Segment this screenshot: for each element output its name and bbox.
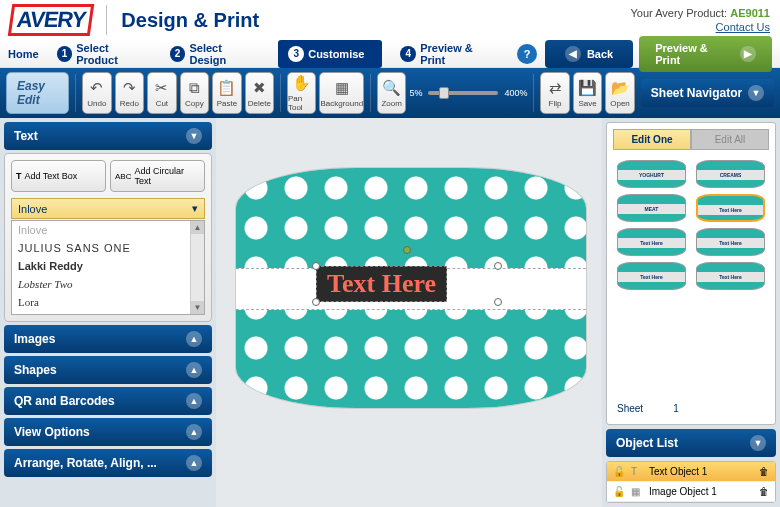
add-textbox-button[interactable]: TAdd Text Box bbox=[11, 160, 106, 192]
images-label: Images bbox=[14, 332, 55, 346]
chevron-down-icon: ▼ bbox=[750, 435, 766, 451]
chevron-down-icon: ▼ bbox=[748, 85, 764, 101]
text-panel-header[interactable]: Text▼ bbox=[4, 122, 212, 150]
font-option[interactable]: Inlove bbox=[12, 221, 204, 239]
zoom-icon: 🔍 bbox=[382, 79, 401, 97]
tab-edit-one[interactable]: Edit One bbox=[613, 129, 691, 150]
flip-button[interactable]: ⇄Flip bbox=[540, 72, 570, 114]
pan-tool-button[interactable]: ✋Pan Tool bbox=[287, 72, 317, 114]
label-thumbnails: YOGHURT CREAMS MEAT Text Here Text Here … bbox=[613, 156, 769, 294]
preview-print-button[interactable]: Preview & Print▶ bbox=[639, 36, 772, 72]
paste-icon: 📋 bbox=[217, 79, 236, 97]
canvas[interactable]: Text Here bbox=[216, 118, 602, 507]
font-selected: Inlove bbox=[18, 203, 47, 215]
label-thumb[interactable]: MEAT bbox=[617, 194, 686, 222]
lock-icon[interactable]: 🔓 bbox=[613, 466, 625, 477]
object-list-label: Object List bbox=[616, 436, 678, 450]
text-icon: T bbox=[631, 466, 643, 477]
font-option[interactable]: Lora bbox=[12, 293, 204, 311]
label-thumb[interactable]: CREAMS bbox=[696, 160, 765, 188]
paste-button[interactable]: 📋Paste bbox=[212, 72, 242, 114]
nav-home[interactable]: Home bbox=[8, 48, 39, 60]
nav-step-4[interactable]: 4Preview & Print bbox=[400, 42, 499, 66]
label-thumb[interactable]: Text Here bbox=[617, 228, 686, 256]
nav-step-2[interactable]: 2Select Design bbox=[170, 42, 260, 66]
background-button[interactable]: ▦Background bbox=[319, 72, 364, 114]
trash-icon[interactable]: 🗑 bbox=[759, 486, 769, 497]
label-thumb[interactable]: Text Here bbox=[617, 262, 686, 290]
app-header: AVERY Design & Print Your Avery Product:… bbox=[0, 0, 780, 40]
label-thumb[interactable]: YOGHURT bbox=[617, 160, 686, 188]
background-icon: ▦ bbox=[335, 79, 349, 97]
nav-step-2-label: Select Design bbox=[189, 42, 260, 66]
object-name: Image Object 1 bbox=[649, 486, 717, 497]
redo-button[interactable]: ↷Redo bbox=[115, 72, 145, 114]
text-object[interactable]: Text Here bbox=[316, 266, 447, 302]
sheet-label: Sheet bbox=[617, 403, 643, 414]
sheet-nav-label: Sheet Navigator bbox=[651, 86, 742, 100]
zoom-thumb[interactable] bbox=[439, 87, 449, 99]
redo-icon: ↷ bbox=[123, 79, 136, 97]
help-button[interactable]: ? bbox=[517, 44, 537, 64]
save-button[interactable]: 💾Save bbox=[573, 72, 603, 114]
qr-label: QR and Barcodes bbox=[14, 394, 115, 408]
label-thumb-selected[interactable]: Text Here bbox=[696, 194, 765, 222]
lock-icon[interactable]: 🔓 bbox=[613, 486, 625, 497]
tab-edit-all[interactable]: Edit All bbox=[691, 129, 769, 150]
resize-handle[interactable] bbox=[494, 262, 502, 270]
add-circular-label: Add Circular Text bbox=[134, 166, 200, 186]
object-list-header[interactable]: Object List▼ bbox=[606, 429, 776, 457]
step-navbar: Home 1Select Product 2Select Design 3Cus… bbox=[0, 40, 780, 68]
open-icon: 📂 bbox=[611, 79, 630, 97]
resize-handle[interactable] bbox=[312, 298, 320, 306]
object-row[interactable]: 🔓TText Object 1🗑 bbox=[607, 462, 775, 482]
label-thumb[interactable]: Text Here bbox=[696, 228, 765, 256]
label-thumb[interactable]: Text Here bbox=[696, 262, 765, 290]
add-circular-text-button[interactable]: ABCAdd Circular Text bbox=[110, 160, 205, 192]
font-list: Inlove JULIUS SANS ONE Lakki Reddy Lobst… bbox=[11, 220, 205, 315]
nav-step-3[interactable]: 3Customise bbox=[278, 40, 382, 68]
trash-icon[interactable]: 🗑 bbox=[759, 466, 769, 477]
cut-button[interactable]: ✂Cut bbox=[147, 72, 177, 114]
add-textbox-label: Add Text Box bbox=[25, 171, 78, 181]
back-button[interactable]: ◀Back bbox=[545, 40, 633, 68]
copy-button[interactable]: ⧉Copy bbox=[180, 72, 210, 114]
nav-step-4-label: Preview & Print bbox=[420, 42, 499, 66]
image-icon: ▦ bbox=[631, 486, 643, 497]
resize-handle[interactable] bbox=[312, 262, 320, 270]
object-list-body: 🔓TText Object 1🗑 🔓▦Image Object 1🗑 bbox=[606, 461, 776, 503]
font-option[interactable]: Lakki Reddy bbox=[12, 257, 204, 275]
toolbar: Easy Edit ↶Undo ↷Redo ✂Cut ⧉Copy 📋Paste … bbox=[0, 68, 780, 118]
chevron-up-icon: ▲ bbox=[186, 455, 202, 471]
easy-edit-button[interactable]: Easy Edit bbox=[6, 72, 69, 114]
qr-panel-header[interactable]: QR and Barcodes▲ bbox=[4, 387, 212, 415]
back-label: Back bbox=[587, 48, 613, 60]
view-options-panel-header[interactable]: View Options▲ bbox=[4, 418, 212, 446]
delete-button[interactable]: ✖Delete bbox=[245, 72, 275, 114]
font-option[interactable]: Loved by the King bbox=[12, 311, 204, 315]
arrange-panel-header[interactable]: Arrange, Rotate, Align, ...▲ bbox=[4, 449, 212, 477]
shapes-panel-header[interactable]: Shapes▲ bbox=[4, 356, 212, 384]
arrow-right-icon: ▶ bbox=[740, 46, 756, 62]
zoom-slider[interactable] bbox=[428, 91, 498, 95]
font-dropdown[interactable]: Inlove▾ bbox=[11, 198, 205, 219]
object-row[interactable]: 🔓▦Image Object 1🗑 bbox=[607, 482, 775, 502]
zoom-min: 5% bbox=[409, 88, 422, 98]
font-option[interactable]: Lobster Two bbox=[12, 275, 204, 293]
contact-link[interactable]: Contact Us bbox=[631, 21, 770, 33]
font-option[interactable]: JULIUS SANS ONE bbox=[12, 239, 204, 257]
open-button[interactable]: 📂Open bbox=[605, 72, 635, 114]
chevron-up-icon: ▲ bbox=[186, 424, 202, 440]
sheet-navigator-header[interactable]: Sheet Navigator▼ bbox=[641, 79, 774, 107]
rotate-handle[interactable] bbox=[403, 246, 411, 254]
images-panel-header[interactable]: Images▲ bbox=[4, 325, 212, 353]
zoom-button[interactable]: 🔍Zoom bbox=[377, 72, 407, 114]
view-options-label: View Options bbox=[14, 425, 90, 439]
arrow-left-icon: ◀ bbox=[565, 46, 581, 62]
font-scrollbar[interactable]: ▲▼ bbox=[190, 221, 204, 314]
nav-step-1[interactable]: 1Select Product bbox=[57, 42, 152, 66]
resize-handle[interactable] bbox=[494, 298, 502, 306]
undo-button[interactable]: ↶Undo bbox=[82, 72, 112, 114]
shapes-label: Shapes bbox=[14, 363, 57, 377]
chevron-up-icon: ▲ bbox=[186, 362, 202, 378]
